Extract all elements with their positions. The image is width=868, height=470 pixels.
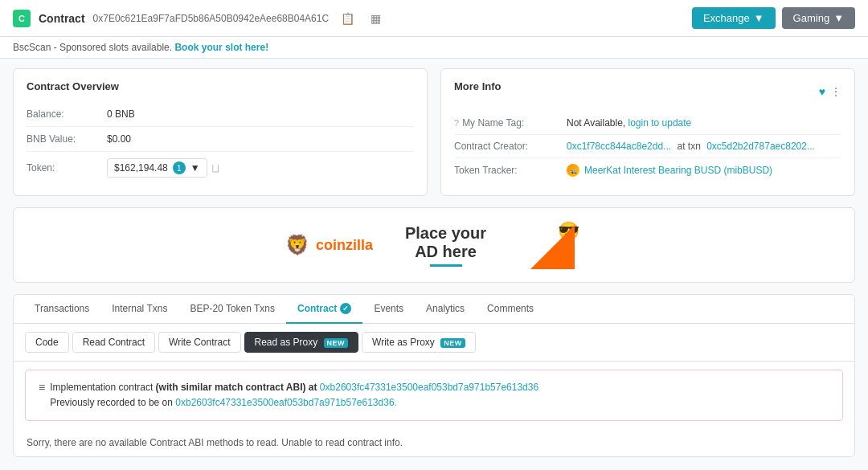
creator-txn-link[interactable]: 0xc5d2b2d787aec8202... [706,141,815,152]
tab-comments[interactable]: Comments [476,295,545,324]
heart-icon[interactable]: ♥ [819,85,825,98]
coinzilla-logo: 🦁 coinzilla [285,234,373,256]
contract-creator-label: Contract Creator: [454,141,567,152]
sponsor-link[interactable]: Book your slot here! [174,42,268,53]
exchange-button[interactable]: Exchange ▼ [692,7,776,29]
page-title: Contract [39,12,85,25]
sub-tabs: Code Read Contract Write Contract Read a… [14,324,854,362]
copy-address-button[interactable]: 📋 [337,10,358,27]
tab-internal-txns[interactable]: Internal Txns [100,295,178,324]
gaming-label: Gaming [793,12,830,24]
ad-right-graphic: 😎 [518,221,583,269]
ad-text: AD here [405,243,486,261]
impl-previously-text: Previously recorded to be on [50,397,173,408]
name-tag-value: Not Available, login to update [567,117,691,129]
ad-placeholder: Place your AD here [405,224,486,267]
gaming-button[interactable]: Gaming ▼ [782,7,855,29]
balance-label: Balance: [27,108,107,120]
read-proxy-new-badge: NEW [324,338,349,348]
token-tracker-row: Token Tracker: 🦡 MeerKat Interest Bearin… [454,158,841,182]
main-content: Contract Overview Balance: 0 BNB BNB Val… [0,59,868,467]
bnb-value-label: BNB Value: [27,133,107,145]
coinzilla-icon: 🦁 [285,234,309,256]
token-select: $162,194.48 1 ▼ ⨆ [107,158,219,178]
impl-address2-link[interactable]: 0xb2603fc47331e3500eaf053bd7a971b57e613d… [175,397,397,408]
login-to-update-link[interactable]: login to update [628,117,692,129]
implementation-notice: ≡ Implementation contract (with similar … [25,370,843,421]
sub-tab-read-as-proxy[interactable]: Read as Proxy NEW [244,332,359,353]
expand-icon[interactable]: ⨆ [212,161,219,174]
contract-overview-card: Contract Overview Balance: 0 BNB BNB Val… [13,68,428,196]
token-tracker-link[interactable]: MeerKat Interest Bearing BUSD (mibBUSD) [584,165,772,176]
balance-value: 0 BNB [107,108,135,120]
meerkat-icon: 🦡 [567,164,579,177]
header: C Contract 0x7E0c621Ea9F7aFD5b86A50B0942… [0,0,868,37]
tabs-section: Transactions Internal Txns BEP-20 Token … [13,294,855,457]
token-tracker-value: 🦡 MeerKat Interest Bearing BUSD (mibBUSD… [567,164,772,177]
more-info-card: More Info ♥ ⋮ ? My Name Tag: Not Availab… [440,68,855,196]
sub-tab-read-contract[interactable]: Read Contract [72,332,155,353]
bnb-value-row: BNB Value: $0.00 [27,127,414,152]
token-tracker-label: Token Tracker: [454,165,567,176]
token-label: Token: [27,162,107,174]
exchange-chevron-icon: ▼ [754,12,764,24]
tab-bep20[interactable]: BEP-20 Token Txns [178,295,286,324]
contract-address: 0x7E0c621Ea9F7aFD5b86A50B0942eAee68B04A6… [93,13,330,24]
logo-icon: C [13,10,31,27]
contract-verified-icon: ✓ [340,303,351,314]
token-dropdown-chevron-icon: ▼ [190,162,200,174]
tab-transactions[interactable]: Transactions [23,295,100,324]
sponsor-bar: BscScan - Sponsored slots available. Boo… [0,37,868,59]
sub-tab-write-contract[interactable]: Write Contract [158,332,240,353]
name-tag-question-icon[interactable]: ? [454,118,459,128]
balance-row: Balance: 0 BNB [27,102,414,127]
cards-row: Contract Overview Balance: 0 BNB BNB Val… [13,68,855,196]
creator-address-link[interactable]: 0xc1f78cc844ac8e2dd... [567,141,671,152]
qr-code-button[interactable]: ▦ [366,10,385,27]
coinzilla-label: coinzilla [316,237,373,254]
main-tabs-nav: Transactions Internal Txns BEP-20 Token … [14,295,854,324]
sponsor-text: BscScan - Sponsored slots available. [13,42,172,53]
tab-contract[interactable]: Contract ✓ [286,295,362,324]
impl-prefix: Implementation contract [50,382,153,393]
header-right: Exchange ▼ Gaming ▼ [692,7,855,29]
token-badge: 1 [173,161,186,174]
impl-warning-icon: ≡ [39,381,45,394]
exchange-label: Exchange [703,12,750,24]
impl-address1-link[interactable]: 0xb2603fc47331e3500eaf053bd7a971b57e613d… [320,382,538,393]
token-dropdown[interactable]: $162,194.48 1 ▼ [107,158,207,178]
tab-events[interactable]: Events [362,295,415,324]
impl-notice-row: ≡ Implementation contract (with similar … [39,380,829,411]
contract-overview-title: Contract Overview [27,80,414,92]
name-tag-label: ? My Name Tag: [454,117,567,129]
name-tag-row: ? My Name Tag: Not Available, login to u… [454,112,841,135]
impl-match-text: (with similar match contract ABI) at [156,382,317,393]
sub-tab-write-as-proxy[interactable]: Write as Proxy NEW [362,332,476,353]
more-options-icon[interactable]: ⋮ [830,85,841,98]
write-proxy-new-badge: NEW [440,338,465,348]
ad-underline [430,264,462,267]
ad-place-text: Place your [405,224,486,243]
gaming-chevron-icon: ▼ [833,12,844,24]
token-row: Token: $162,194.48 1 ▼ ⨆ [27,152,414,184]
token-value: $162,194.48 [114,162,168,174]
ad-banner: 🦁 coinzilla Place your AD here 😎 [13,207,855,283]
more-info-icons: ♥ ⋮ [819,85,841,98]
error-text: Sorry, there are no available Contract A… [14,429,854,456]
tab-analytics[interactable]: Analytics [415,295,476,324]
impl-text: Implementation contract (with similar ma… [50,380,538,411]
more-info-header: More Info ♥ ⋮ [454,80,841,102]
sub-tab-code[interactable]: Code [25,332,69,353]
more-info-title: More Info [454,80,502,92]
contract-creator-row: Contract Creator: 0xc1f78cc844ac8e2dd...… [454,135,841,158]
triangle-graphic [530,225,575,269]
header-left: C Contract 0x7E0c621Ea9F7aFD5b86A50B0942… [13,10,385,27]
contract-creator-value: 0xc1f78cc844ac8e2dd... at txn 0xc5d2b2d7… [567,141,815,152]
bnb-value: $0.00 [107,133,131,145]
